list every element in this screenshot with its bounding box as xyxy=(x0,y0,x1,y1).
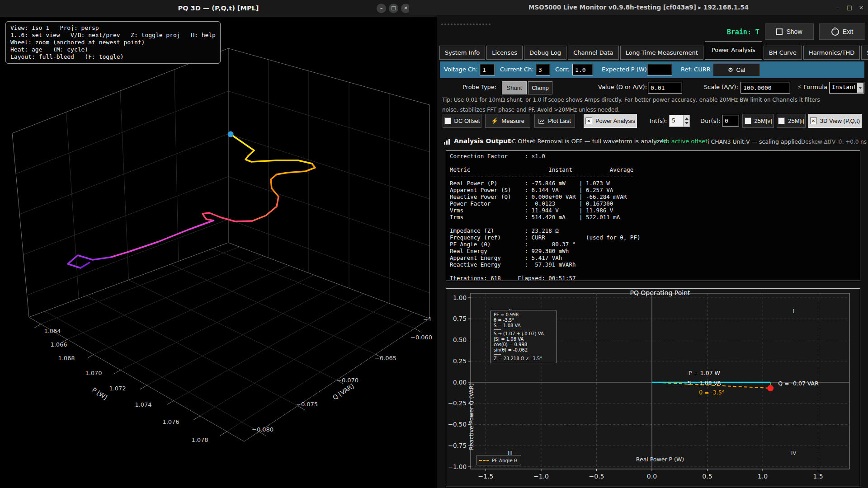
monitor-body: Brain: Ƭ Show Exit System InfoLicensesDe… xyxy=(437,15,868,488)
interval-label: Int(s): xyxy=(650,117,667,124)
measure-label: Measure xyxy=(501,117,524,124)
grid-line-3d xyxy=(228,91,429,152)
trajectory-segment xyxy=(203,213,252,221)
tab-debug-log[interactable]: Debug Log xyxy=(524,46,566,60)
grip-dot xyxy=(451,23,453,25)
monitor-titlebar: MSO5000 Live Monitor v0.9.8h-testing [cf… xyxy=(409,0,868,15)
probe-type-label: Probe Type: xyxy=(462,84,496,90)
analysis-output-text[interactable]: Correction Factor : ×1.0 Metric Instant … xyxy=(446,150,860,281)
grid-line-3d xyxy=(228,177,429,246)
x-tick-label: −1.0 xyxy=(533,473,549,480)
tab-bh-curve[interactable]: BH Curve xyxy=(764,46,802,60)
cal-button[interactable]: ⚙ Cal xyxy=(713,63,760,76)
s-value-label: S = 1.08 VA xyxy=(687,380,721,386)
q-value-label: Q = -0.07 VAR xyxy=(778,380,819,387)
corr-input[interactable] xyxy=(572,64,593,75)
interval-spinner[interactable]: 5 xyxy=(669,115,690,127)
grip-dot xyxy=(479,23,481,25)
grid-line-3d xyxy=(220,432,227,436)
trajectory-segment xyxy=(271,174,278,197)
expected-p-label: Expected P (W): xyxy=(602,66,649,73)
grid-line-3d xyxy=(29,243,228,317)
probe-shunt-button[interactable]: Shunt xyxy=(502,81,527,94)
power-analysis-toggle[interactable]: Power Analysis xyxy=(584,114,637,128)
x-tick-label: 0.5 xyxy=(702,473,712,480)
minimize-icon[interactable]: – xyxy=(377,4,386,13)
grip-dots xyxy=(441,19,492,27)
grip-dot xyxy=(486,23,487,25)
p-tick-label: 1.064 xyxy=(44,328,61,334)
y-tick-label: −0.50 xyxy=(448,421,467,428)
tab-power-analysis[interactable]: Power Analysis xyxy=(705,41,762,60)
3d-view-toggle[interactable]: 3D View (P,Q,t) xyxy=(808,114,862,128)
trajectory-segment xyxy=(277,164,315,174)
minimize-icon[interactable]: – xyxy=(833,0,843,15)
25m-current-toggle[interactable]: 25M[i] xyxy=(777,114,806,128)
exit-button[interactable]: Exit xyxy=(819,23,865,40)
annotation-divider xyxy=(494,329,501,330)
grid-line-3d xyxy=(175,70,179,261)
chevron-down-icon[interactable] xyxy=(857,83,863,93)
pq3d-plot-canvas[interactable]: 1.0641.0661.0681.0701.0721.0741.0761.078… xyxy=(0,17,437,488)
3d-view-label: 3D View (P,Q,t) xyxy=(820,117,860,124)
bar-chart-icon xyxy=(444,139,450,145)
pq-y-axis-label: Reactive Power Q (VAR) xyxy=(468,314,475,450)
pq-operating-point-chart[interactable]: −1.5−1.0−0.50.00.51.01.51.000.750.500.25… xyxy=(446,288,860,487)
tab-system-info[interactable]: System Info xyxy=(439,46,485,60)
show-button-label: Show xyxy=(786,28,802,35)
maximize-icon[interactable]: □ xyxy=(389,4,398,13)
probe-row: Probe Type: Shunt Clamp Value (Ω or A/V)… xyxy=(437,80,868,96)
pq-legend: PF Angle θ xyxy=(476,455,521,465)
probe-value-input[interactable] xyxy=(648,82,682,94)
power-analysis-label: Power Analysis xyxy=(595,117,635,124)
grid-line-3d xyxy=(170,264,376,354)
grip-dot xyxy=(448,23,449,25)
p-axis-label: P [W] xyxy=(91,386,108,401)
pq-legend-label: PF Angle θ xyxy=(492,458,517,463)
exit-button-label: Exit xyxy=(843,28,853,35)
tab-long-time-measurement[interactable]: Long-Time Measurement xyxy=(620,46,703,60)
trajectory-segment xyxy=(80,263,90,268)
y-tick-label: 0.50 xyxy=(453,336,467,343)
p-tick-label: 1.078 xyxy=(191,436,208,443)
p-tick-label: 1.072 xyxy=(109,385,126,392)
25m-current-label: 25M[i] xyxy=(788,117,804,124)
tab-scpi[interactable]: SCPI xyxy=(861,46,868,60)
offset-ok-status: ✓ No active offset xyxy=(655,138,708,145)
trajectory-segment xyxy=(245,150,312,164)
duration-input[interactable] xyxy=(722,115,739,127)
q-tick-label: −0.075 xyxy=(296,401,318,408)
x-tick-label: −1.5 xyxy=(478,473,494,480)
tab-channel-data[interactable]: Channel Data xyxy=(568,46,619,60)
scale-label: Scale (A/V): xyxy=(704,84,738,90)
current-ch-label: Current Ch: xyxy=(500,66,534,73)
annotation-line: θ = -3.5° xyxy=(494,318,553,323)
spinner-arrows-icon[interactable] xyxy=(683,115,689,127)
25m-voltage-toggle[interactable]: 25M[v] xyxy=(742,114,774,128)
tab-harmonics-thd[interactable]: Harmonics/THD xyxy=(803,46,860,60)
voltage-ch-input[interactable] xyxy=(480,64,495,75)
scale-input[interactable] xyxy=(741,82,790,94)
tab-licenses[interactable]: Licenses xyxy=(486,46,523,60)
gear-icon: ⚙ xyxy=(728,66,733,73)
close-icon[interactable]: × xyxy=(856,0,866,15)
quadrant-label: IV xyxy=(791,450,797,456)
annotation-line: |S| = 1.08 VA xyxy=(494,337,553,342)
probe-clamp-button[interactable]: Clamp xyxy=(528,81,552,94)
annotation-line: sin(θ) = -0.062 xyxy=(494,347,553,353)
measure-button[interactable]: ⚡ Measure xyxy=(485,114,530,128)
expected-p-input[interactable] xyxy=(647,64,672,75)
checkbox-unchecked-icon xyxy=(778,117,785,124)
y-tick-label: 0.00 xyxy=(453,379,467,386)
channel-unit-status: i CHAN3 Unit:V — scaling applied xyxy=(708,138,802,145)
line-chart-icon xyxy=(538,118,545,124)
annotation-line: S = 1.08 VA xyxy=(494,323,553,328)
dc-offset-toggle[interactable]: DC Offset xyxy=(443,114,481,128)
show-button[interactable]: Show xyxy=(765,23,814,40)
formula-dropdown[interactable]: Instantaneous xyxy=(829,82,864,94)
pf-angle-dash-icon xyxy=(479,460,489,461)
current-ch-input[interactable] xyxy=(536,64,550,75)
plot-last-button[interactable]: Plot Last xyxy=(534,114,575,128)
y-tick-label: 1.00 xyxy=(453,294,467,301)
maximize-icon[interactable]: □ xyxy=(844,0,854,15)
